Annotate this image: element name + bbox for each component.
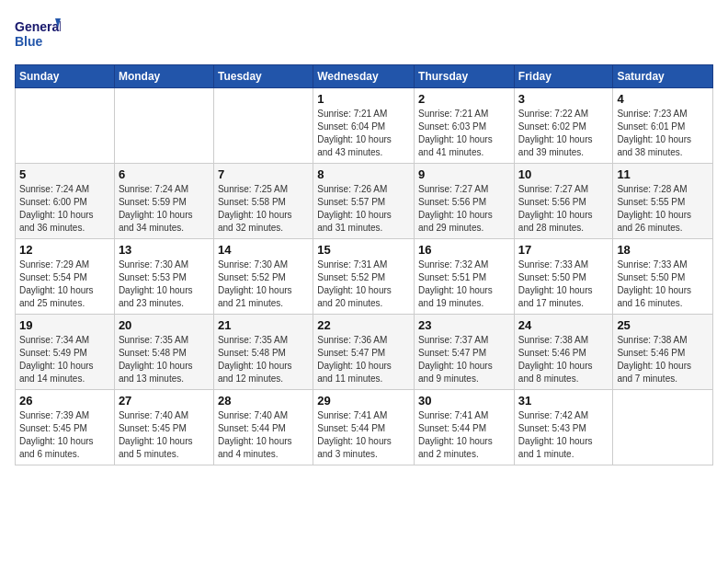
calendar-cell <box>613 390 713 465</box>
calendar-cell: 16Sunrise: 7:32 AM Sunset: 5:51 PM Dayli… <box>415 239 515 315</box>
day-info: Sunrise: 7:37 AM Sunset: 5:47 PM Dayligh… <box>418 334 510 385</box>
day-info: Sunrise: 7:32 AM Sunset: 5:51 PM Dayligh… <box>418 259 510 310</box>
calendar-week-4: 19Sunrise: 7:34 AM Sunset: 5:49 PM Dayli… <box>16 315 713 390</box>
day-info: Sunrise: 7:23 AM Sunset: 6:01 PM Dayligh… <box>617 108 709 159</box>
weekday-header-saturday: Saturday <box>613 65 713 88</box>
calendar-cell: 3Sunrise: 7:22 AM Sunset: 6:02 PM Daylig… <box>514 88 613 164</box>
day-number: 21 <box>218 318 309 332</box>
day-info: Sunrise: 7:24 AM Sunset: 6:00 PM Dayligh… <box>19 183 110 235</box>
day-info: Sunrise: 7:41 AM Sunset: 5:44 PM Dayligh… <box>418 409 510 461</box>
calendar-week-2: 5Sunrise: 7:24 AM Sunset: 6:00 PM Daylig… <box>16 164 713 239</box>
day-info: Sunrise: 7:33 AM Sunset: 5:50 PM Dayligh… <box>617 259 709 310</box>
page-container: General Blue SundayMondayTuesdayWednesda… <box>0 0 728 475</box>
calendar-cell: 18Sunrise: 7:33 AM Sunset: 5:50 PM Dayli… <box>613 239 713 315</box>
calendar-cell: 31Sunrise: 7:42 AM Sunset: 5:43 PM Dayli… <box>514 390 613 465</box>
day-info: Sunrise: 7:27 AM Sunset: 5:56 PM Dayligh… <box>418 183 510 235</box>
day-number: 4 <box>617 92 709 106</box>
day-info: Sunrise: 7:39 AM Sunset: 5:45 PM Dayligh… <box>19 409 110 461</box>
day-number: 14 <box>218 243 309 257</box>
day-info: Sunrise: 7:40 AM Sunset: 5:45 PM Dayligh… <box>119 409 210 461</box>
day-info: Sunrise: 7:38 AM Sunset: 5:46 PM Dayligh… <box>617 334 709 385</box>
calendar-cell: 14Sunrise: 7:30 AM Sunset: 5:52 PM Dayli… <box>213 239 313 315</box>
logo: General Blue <box>15 15 61 53</box>
weekday-header-row: SundayMondayTuesdayWednesdayThursdayFrid… <box>16 65 713 88</box>
calendar-cell: 1Sunrise: 7:21 AM Sunset: 6:04 PM Daylig… <box>313 88 415 164</box>
calendar-cell: 22Sunrise: 7:36 AM Sunset: 5:47 PM Dayli… <box>313 315 415 390</box>
day-number: 20 <box>119 318 210 332</box>
calendar-cell: 30Sunrise: 7:41 AM Sunset: 5:44 PM Dayli… <box>415 390 515 465</box>
day-info: Sunrise: 7:21 AM Sunset: 6:04 PM Dayligh… <box>317 108 410 159</box>
day-info: Sunrise: 7:27 AM Sunset: 5:56 PM Dayligh… <box>518 183 609 235</box>
calendar-cell <box>114 88 213 164</box>
calendar-cell: 25Sunrise: 7:38 AM Sunset: 5:46 PM Dayli… <box>613 315 713 390</box>
day-number: 2 <box>418 92 510 106</box>
calendar-cell: 15Sunrise: 7:31 AM Sunset: 5:52 PM Dayli… <box>313 239 415 315</box>
day-info: Sunrise: 7:22 AM Sunset: 6:02 PM Dayligh… <box>518 108 609 159</box>
calendar-cell: 10Sunrise: 7:27 AM Sunset: 5:56 PM Dayli… <box>514 164 613 239</box>
day-number: 28 <box>218 394 309 408</box>
day-info: Sunrise: 7:35 AM Sunset: 5:48 PM Dayligh… <box>218 334 309 385</box>
weekday-header-thursday: Thursday <box>415 65 515 88</box>
calendar-week-5: 26Sunrise: 7:39 AM Sunset: 5:45 PM Dayli… <box>16 390 713 465</box>
day-number: 3 <box>518 92 609 106</box>
day-number: 12 <box>19 243 110 257</box>
logo-svg: General Blue <box>15 15 61 53</box>
day-number: 9 <box>418 167 510 181</box>
day-info: Sunrise: 7:42 AM Sunset: 5:43 PM Dayligh… <box>518 409 609 461</box>
day-number: 1 <box>317 92 410 106</box>
calendar-cell <box>16 88 115 164</box>
calendar-cell: 17Sunrise: 7:33 AM Sunset: 5:50 PM Dayli… <box>514 239 613 315</box>
day-info: Sunrise: 7:24 AM Sunset: 5:59 PM Dayligh… <box>119 183 210 235</box>
day-info: Sunrise: 7:28 AM Sunset: 5:55 PM Dayligh… <box>617 183 709 235</box>
day-number: 17 <box>518 243 609 257</box>
day-number: 26 <box>19 394 110 408</box>
day-info: Sunrise: 7:38 AM Sunset: 5:46 PM Dayligh… <box>518 334 609 385</box>
calendar-week-1: 1Sunrise: 7:21 AM Sunset: 6:04 PM Daylig… <box>16 88 713 164</box>
calendar-cell <box>213 88 313 164</box>
day-number: 31 <box>518 394 609 408</box>
day-info: Sunrise: 7:41 AM Sunset: 5:44 PM Dayligh… <box>317 409 410 461</box>
day-info: Sunrise: 7:29 AM Sunset: 5:54 PM Dayligh… <box>19 259 110 310</box>
day-info: Sunrise: 7:26 AM Sunset: 5:57 PM Dayligh… <box>317 183 410 235</box>
day-info: Sunrise: 7:36 AM Sunset: 5:47 PM Dayligh… <box>317 334 410 385</box>
calendar-cell: 11Sunrise: 7:28 AM Sunset: 5:55 PM Dayli… <box>613 164 713 239</box>
weekday-header-sunday: Sunday <box>16 65 115 88</box>
day-number: 18 <box>617 243 709 257</box>
day-number: 22 <box>317 318 410 332</box>
calendar-cell: 20Sunrise: 7:35 AM Sunset: 5:48 PM Dayli… <box>114 315 213 390</box>
day-info: Sunrise: 7:40 AM Sunset: 5:44 PM Dayligh… <box>218 409 309 461</box>
calendar-cell: 29Sunrise: 7:41 AM Sunset: 5:44 PM Dayli… <box>313 390 415 465</box>
day-number: 30 <box>418 394 510 408</box>
day-info: Sunrise: 7:30 AM Sunset: 5:52 PM Dayligh… <box>218 259 309 310</box>
header: General Blue <box>15 15 713 53</box>
day-number: 24 <box>518 318 609 332</box>
day-number: 7 <box>218 167 309 181</box>
weekday-header-monday: Monday <box>114 65 213 88</box>
calendar-table: SundayMondayTuesdayWednesdayThursdayFrid… <box>15 64 713 465</box>
day-number: 19 <box>19 318 110 332</box>
calendar-cell: 28Sunrise: 7:40 AM Sunset: 5:44 PM Dayli… <box>213 390 313 465</box>
calendar-cell: 24Sunrise: 7:38 AM Sunset: 5:46 PM Dayli… <box>514 315 613 390</box>
svg-text:General: General <box>15 19 61 34</box>
calendar-cell: 21Sunrise: 7:35 AM Sunset: 5:48 PM Dayli… <box>213 315 313 390</box>
day-number: 29 <box>317 394 410 408</box>
calendar-cell: 26Sunrise: 7:39 AM Sunset: 5:45 PM Dayli… <box>16 390 115 465</box>
day-number: 16 <box>418 243 510 257</box>
day-info: Sunrise: 7:31 AM Sunset: 5:52 PM Dayligh… <box>317 259 410 310</box>
calendar-cell: 8Sunrise: 7:26 AM Sunset: 5:57 PM Daylig… <box>313 164 415 239</box>
calendar-cell: 7Sunrise: 7:25 AM Sunset: 5:58 PM Daylig… <box>213 164 313 239</box>
day-info: Sunrise: 7:35 AM Sunset: 5:48 PM Dayligh… <box>119 334 210 385</box>
calendar-cell: 27Sunrise: 7:40 AM Sunset: 5:45 PM Dayli… <box>114 390 213 465</box>
calendar-cell: 23Sunrise: 7:37 AM Sunset: 5:47 PM Dayli… <box>415 315 515 390</box>
weekday-header-tuesday: Tuesday <box>213 65 313 88</box>
calendar-cell: 6Sunrise: 7:24 AM Sunset: 5:59 PM Daylig… <box>114 164 213 239</box>
calendar-week-3: 12Sunrise: 7:29 AM Sunset: 5:54 PM Dayli… <box>16 239 713 315</box>
day-info: Sunrise: 7:21 AM Sunset: 6:03 PM Dayligh… <box>418 108 510 159</box>
day-number: 5 <box>19 167 110 181</box>
day-number: 25 <box>617 318 709 332</box>
day-number: 10 <box>518 167 609 181</box>
svg-text:Blue: Blue <box>15 34 43 49</box>
day-number: 11 <box>617 167 709 181</box>
day-info: Sunrise: 7:34 AM Sunset: 5:49 PM Dayligh… <box>19 334 110 385</box>
day-number: 13 <box>119 243 210 257</box>
